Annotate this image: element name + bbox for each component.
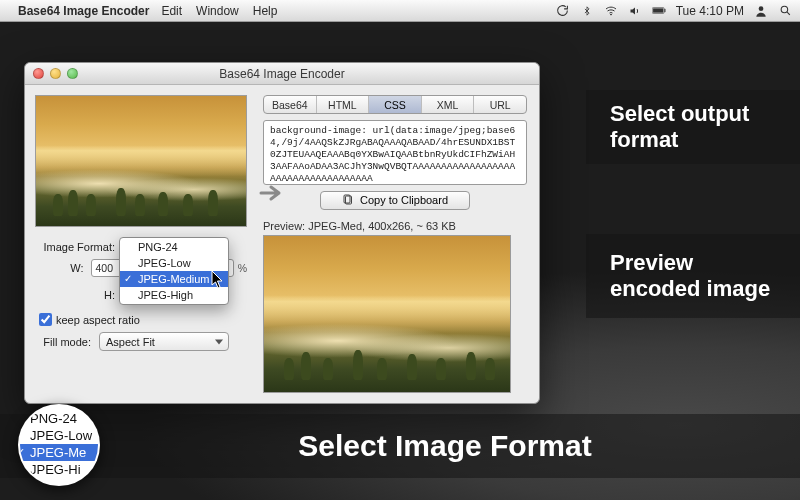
menu-help[interactable]: Help bbox=[253, 4, 278, 18]
svg-point-0 bbox=[610, 14, 611, 15]
clipboard-icon bbox=[342, 194, 354, 206]
fill-mode-value: Aspect Fit bbox=[106, 336, 155, 348]
tab-base64[interactable]: Base64 bbox=[264, 96, 317, 113]
tab-css[interactable]: CSS bbox=[369, 96, 422, 113]
tab-xml[interactable]: XML bbox=[422, 96, 475, 113]
svg-rect-3 bbox=[664, 9, 665, 12]
callout-preview: Preview encoded image bbox=[586, 234, 800, 318]
format-option-jpeg-low[interactable]: JPEG-Low bbox=[120, 255, 228, 271]
magnifier-row-selected: ✓JPEG-Me bbox=[18, 444, 100, 461]
source-image[interactable] bbox=[35, 95, 247, 227]
magnifier-lens: PNG-24 JPEG-Low ✓JPEG-Me JPEG-Hi bbox=[18, 404, 100, 486]
output-pane: Base64 HTML CSS XML URL background-image… bbox=[257, 85, 539, 403]
menubar: Base64 Image Encoder Edit Window Help Tu… bbox=[0, 0, 800, 22]
output-format-tabs: Base64 HTML CSS XML URL bbox=[263, 95, 527, 114]
tab-url[interactable]: URL bbox=[474, 96, 526, 113]
window-titlebar[interactable]: Base64 Image Encoder bbox=[25, 63, 539, 85]
menubar-app-title[interactable]: Base64 Image Encoder bbox=[18, 4, 149, 18]
copy-button-label: Copy to Clipboard bbox=[360, 194, 448, 206]
cursor-icon bbox=[211, 271, 225, 289]
magnifier-row: JPEG-Low bbox=[18, 427, 100, 444]
preview-label: Preview: JPEG-Med, 400x266, ~ 63 KB bbox=[263, 220, 527, 232]
image-format-label: Image Format: bbox=[35, 241, 119, 253]
bluetooth-icon[interactable] bbox=[580, 4, 594, 18]
svg-point-4 bbox=[759, 6, 764, 11]
callout-select-format: Select Image Format bbox=[0, 414, 800, 478]
volume-icon[interactable] bbox=[628, 4, 642, 18]
fill-mode-select[interactable]: Aspect Fit bbox=[99, 332, 229, 351]
percent-unit: % bbox=[238, 262, 247, 274]
keep-aspect-label: keep aspect ratio bbox=[56, 314, 140, 326]
height-label: H: bbox=[35, 289, 119, 301]
window-title: Base64 Image Encoder bbox=[25, 67, 539, 81]
user-icon[interactable] bbox=[754, 4, 768, 18]
battery-icon[interactable] bbox=[652, 4, 666, 18]
source-pane: Image Format: W: px Percent: % H: px bbox=[25, 85, 257, 403]
output-text[interactable]: background-image: url(data:image/jpeg;ba… bbox=[263, 120, 527, 184]
format-option-jpeg-high[interactable]: JPEG-High bbox=[120, 287, 228, 303]
spotlight-icon[interactable] bbox=[778, 4, 792, 18]
fill-mode-label: Fill mode: bbox=[35, 336, 95, 348]
menu-edit[interactable]: Edit bbox=[161, 4, 182, 18]
encode-arrow-icon bbox=[257, 181, 287, 205]
app-window: Base64 Image Encoder Image Format: W: bbox=[24, 62, 540, 404]
callout-output-format: Select output format bbox=[586, 90, 800, 164]
preview-image bbox=[263, 235, 511, 393]
copy-to-clipboard-button[interactable]: Copy to Clipboard bbox=[320, 191, 470, 210]
tab-html[interactable]: HTML bbox=[317, 96, 370, 113]
width-label: W: bbox=[35, 262, 87, 274]
menubar-clock[interactable]: Tue 4:10 PM bbox=[676, 4, 744, 18]
svg-point-5 bbox=[781, 6, 788, 13]
keep-aspect-checkbox[interactable] bbox=[39, 313, 52, 326]
svg-rect-2 bbox=[653, 8, 663, 12]
format-option-png24[interactable]: PNG-24 bbox=[120, 239, 228, 255]
wifi-icon[interactable] bbox=[604, 4, 618, 18]
sync-icon[interactable] bbox=[556, 4, 570, 18]
menu-window[interactable]: Window bbox=[196, 4, 239, 18]
